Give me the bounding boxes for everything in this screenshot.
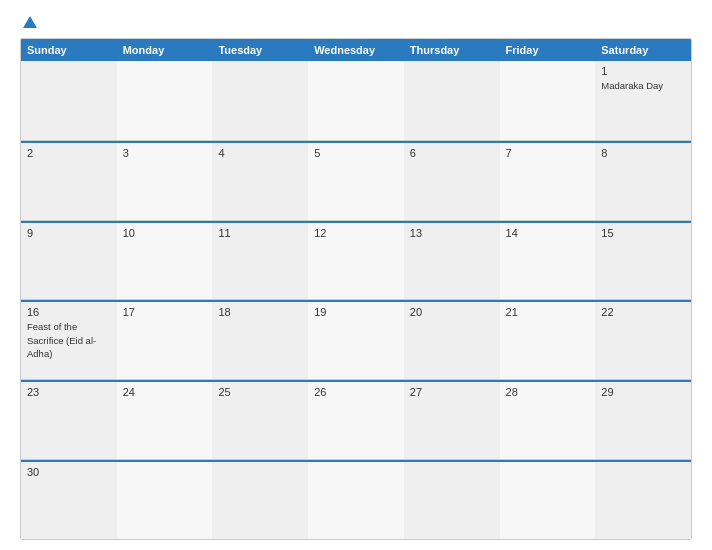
cal-cell: 15: [595, 221, 691, 300]
logo: [20, 16, 37, 28]
cal-cell: 29: [595, 380, 691, 459]
cal-cell: 11: [212, 221, 308, 300]
header-day-saturday: Saturday: [595, 39, 691, 61]
day-number: 25: [218, 386, 302, 398]
calendar-week-5: 23242526272829: [21, 380, 691, 460]
day-number: 7: [506, 147, 590, 159]
day-number: 23: [27, 386, 111, 398]
day-number: 19: [314, 306, 398, 318]
day-number: 11: [218, 227, 302, 239]
day-number: 14: [506, 227, 590, 239]
calendar-week-3: 9101112131415: [21, 221, 691, 301]
logo-blue: [20, 16, 37, 28]
day-number: 29: [601, 386, 685, 398]
header-day-tuesday: Tuesday: [212, 39, 308, 61]
cal-cell: 5: [308, 141, 404, 220]
cal-cell: 20: [404, 300, 500, 379]
day-number: 6: [410, 147, 494, 159]
cal-cell: 27: [404, 380, 500, 459]
cal-cell: 6: [404, 141, 500, 220]
cal-cell: 21: [500, 300, 596, 379]
cal-cell: 13: [404, 221, 500, 300]
cal-cell: 2: [21, 141, 117, 220]
cal-cell: 28: [500, 380, 596, 459]
cal-cell: 18: [212, 300, 308, 379]
calendar-body: 1Madaraka Day2345678910111213141516Feast…: [21, 61, 691, 539]
day-number: 1: [601, 65, 685, 77]
holiday-label: Madaraka Day: [601, 80, 663, 91]
cal-cell: 30: [21, 460, 117, 539]
page: SundayMondayTuesdayWednesdayThursdayFrid…: [0, 0, 712, 550]
day-number: 15: [601, 227, 685, 239]
day-number: 16: [27, 306, 111, 318]
day-number: 13: [410, 227, 494, 239]
calendar: SundayMondayTuesdayWednesdayThursdayFrid…: [20, 38, 692, 540]
cal-cell: [500, 61, 596, 140]
cal-cell: [117, 61, 213, 140]
calendar-week-4: 16Feast of the Sacrifice (Eid al-Adha)17…: [21, 300, 691, 380]
cal-cell: 3: [117, 141, 213, 220]
header-day-sunday: Sunday: [21, 39, 117, 61]
header-day-thursday: Thursday: [404, 39, 500, 61]
cal-cell: 19: [308, 300, 404, 379]
day-number: 18: [218, 306, 302, 318]
cal-cell: [595, 460, 691, 539]
day-number: 17: [123, 306, 207, 318]
header-day-friday: Friday: [500, 39, 596, 61]
calendar-header: SundayMondayTuesdayWednesdayThursdayFrid…: [21, 39, 691, 61]
cal-cell: 16Feast of the Sacrifice (Eid al-Adha): [21, 300, 117, 379]
day-number: 30: [27, 466, 111, 478]
calendar-week-6: 30: [21, 460, 691, 539]
day-number: 26: [314, 386, 398, 398]
cal-cell: [117, 460, 213, 539]
cal-cell: [404, 61, 500, 140]
cal-cell: [500, 460, 596, 539]
cal-cell: [308, 61, 404, 140]
header-day-monday: Monday: [117, 39, 213, 61]
day-number: 8: [601, 147, 685, 159]
holiday-label: Feast of the Sacrifice (Eid al-Adha): [27, 321, 96, 359]
cal-cell: 22: [595, 300, 691, 379]
day-number: 20: [410, 306, 494, 318]
cal-cell: 7: [500, 141, 596, 220]
cal-cell: 14: [500, 221, 596, 300]
header-day-wednesday: Wednesday: [308, 39, 404, 61]
day-number: 10: [123, 227, 207, 239]
cal-cell: 24: [117, 380, 213, 459]
cal-cell: 25: [212, 380, 308, 459]
calendar-week-1: 1Madaraka Day: [21, 61, 691, 141]
day-number: 27: [410, 386, 494, 398]
day-number: 9: [27, 227, 111, 239]
day-number: 22: [601, 306, 685, 318]
day-number: 12: [314, 227, 398, 239]
header: [20, 16, 692, 28]
cal-cell: 4: [212, 141, 308, 220]
day-number: 24: [123, 386, 207, 398]
cal-cell: [21, 61, 117, 140]
day-number: 2: [27, 147, 111, 159]
cal-cell: 1Madaraka Day: [595, 61, 691, 140]
cal-cell: 23: [21, 380, 117, 459]
cal-cell: 9: [21, 221, 117, 300]
cal-cell: 8: [595, 141, 691, 220]
cal-cell: 26: [308, 380, 404, 459]
calendar-week-2: 2345678: [21, 141, 691, 221]
day-number: 4: [218, 147, 302, 159]
cal-cell: [404, 460, 500, 539]
logo-triangle-icon: [23, 16, 37, 28]
day-number: 5: [314, 147, 398, 159]
day-number: 21: [506, 306, 590, 318]
cal-cell: [212, 61, 308, 140]
day-number: 28: [506, 386, 590, 398]
cal-cell: 17: [117, 300, 213, 379]
cal-cell: [212, 460, 308, 539]
cal-cell: [308, 460, 404, 539]
day-number: 3: [123, 147, 207, 159]
cal-cell: 10: [117, 221, 213, 300]
cal-cell: 12: [308, 221, 404, 300]
